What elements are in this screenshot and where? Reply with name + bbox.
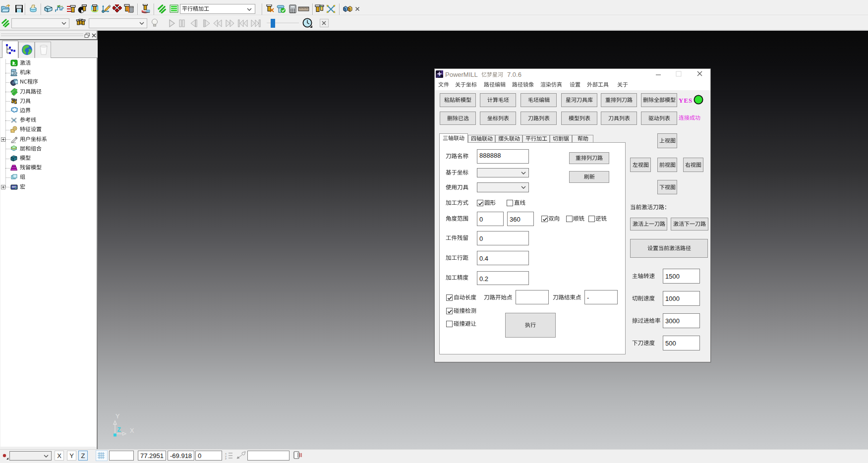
svg-text:Z: Z bbox=[117, 426, 121, 433]
svg-text:Y: Y bbox=[116, 413, 120, 420]
svg-text:X: X bbox=[130, 427, 134, 434]
svg-text:z: z bbox=[225, 457, 227, 460]
